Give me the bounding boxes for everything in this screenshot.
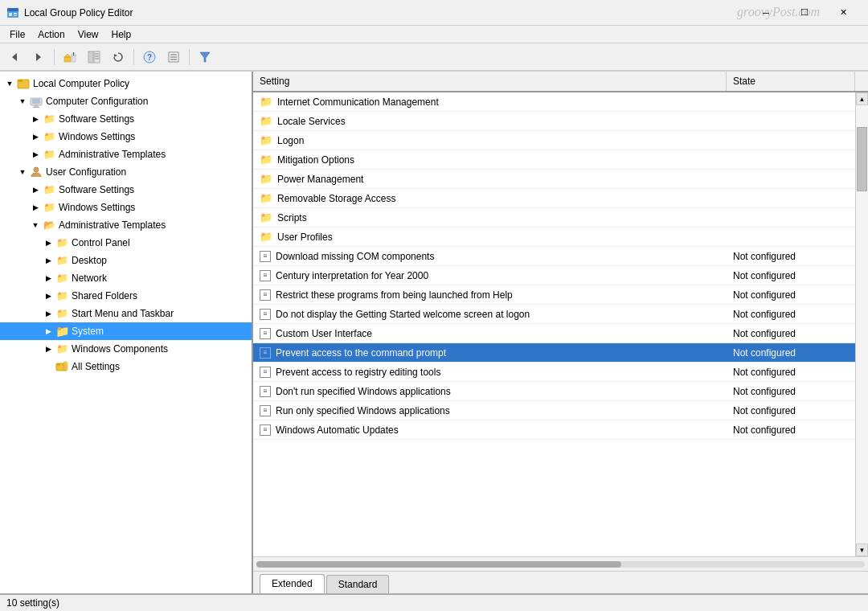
tree-item-software-settings-cc[interactable]: ▶ 📁 Software Settings [0, 110, 252, 128]
tree-item-system[interactable]: ▶ 📁 System [0, 322, 252, 340]
wc-expand[interactable]: ▶ [42, 342, 55, 355]
tree-label-start-menu: Start Menu and Taskbar [72, 308, 174, 319]
ws-cc-expand[interactable]: ▶ [29, 130, 42, 143]
list-row[interactable]: ≡ Prevent access to registry editing too… [253, 363, 855, 382]
list-row[interactable]: 📁 Locale Services [253, 112, 855, 131]
tree-item-desktop[interactable]: ▶ 📁 Desktop [0, 252, 252, 269]
list-row-selected[interactable]: ≡ Prevent access to the command prompt N… [253, 343, 855, 363]
scroll-track[interactable] [856, 105, 868, 543]
show-hide-button[interactable] [83, 46, 105, 68]
tree-item-network[interactable]: ▶ 📁 Network [0, 269, 252, 287]
menu-file[interactable]: File [3, 27, 31, 42]
cc-icon [29, 94, 43, 109]
folder-icon-sf: 📁 [55, 289, 69, 303]
root-expand[interactable]: ▼ [3, 77, 16, 90]
list-row[interactable]: ≡ Do not display the Getting Started wel… [253, 305, 855, 324]
forward-button[interactable] [27, 46, 50, 68]
tab-standard[interactable]: Standard [326, 575, 390, 593]
tree-item-windows-components[interactable]: ▶ 📁 Windows Components [0, 340, 252, 358]
tree-root[interactable]: ▼ Local Computer Policy [0, 75, 252, 92]
menu-help[interactable]: Help [105, 27, 138, 42]
cc-expand[interactable]: ▼ [16, 95, 29, 108]
refresh-button[interactable] [107, 46, 129, 68]
setting-label: Prevent access to registry editing tools [276, 367, 440, 378]
header-state[interactable]: State [727, 72, 855, 91]
horizontal-scroll-area[interactable] [253, 556, 868, 571]
dt-expand[interactable]: ▶ [42, 254, 55, 267]
minimize-button[interactable]: ─ [747, 0, 784, 26]
setting-label: Scripts [277, 212, 307, 223]
list-row[interactable]: ≡ Windows Automatic Updates Not configur… [253, 420, 855, 440]
filter-button[interactable] [194, 46, 216, 68]
net-expand[interactable]: ▶ [42, 272, 55, 285]
ws-uc-expand[interactable]: ▶ [29, 201, 42, 214]
list-row[interactable]: 📁 Logon [253, 131, 855, 150]
cell-state: Not configured [727, 367, 855, 378]
ss-cc-expand[interactable]: ▶ [29, 113, 42, 125]
svg-rect-9 [72, 55, 76, 62]
list-row[interactable]: ≡ Don't run specified Windows applicatio… [253, 382, 855, 401]
list-row[interactable]: 📁 Mitigation Options [253, 150, 855, 170]
list-row[interactable]: 📁 Internet Communication Management [253, 92, 855, 112]
list-row[interactable]: ≡ Custom User Interface Not configured [253, 324, 855, 343]
folder-icon-ss-uc: 📁 [42, 182, 56, 197]
tree-item-shared-folders[interactable]: ▶ 📁 Shared Folders [0, 287, 252, 305]
header-setting[interactable]: Setting [253, 72, 727, 91]
h-scroll-track[interactable] [256, 561, 865, 568]
tree-item-windows-settings-uc[interactable]: ▶ 📁 Windows Settings [0, 199, 252, 216]
menu-view[interactable]: View [72, 27, 105, 42]
scroll-thumb[interactable] [857, 127, 867, 191]
tree-item-admin-templates-uc[interactable]: ▼ 📂 Administrative Templates [0, 216, 252, 234]
setting-label: User Profiles [277, 232, 333, 243]
tree-item-windows-settings-cc[interactable]: ▶ 📁 Windows Settings [0, 128, 252, 146]
toolbar-sep-1 [54, 49, 55, 65]
close-button[interactable]: ✕ [825, 0, 862, 26]
tree-item-user-config[interactable]: ▼ User Configuration [0, 163, 252, 181]
list-row[interactable]: 📁 Removable Storage Access [253, 189, 855, 208]
list-row[interactable]: ≡ Restrict these programs from being lau… [253, 285, 855, 305]
up-button[interactable] [59, 46, 81, 68]
ss-uc-expand[interactable]: ▶ [29, 183, 42, 196]
svg-marker-17 [114, 54, 117, 57]
list-content[interactable]: 📁 Internet Communication Management 📁 Lo… [253, 92, 855, 556]
tree-label-desktop: Desktop [72, 255, 107, 266]
vertical-scrollbar[interactable]: ▲ ▼ [855, 92, 868, 556]
cell-setting: 📁 Removable Storage Access [253, 192, 727, 205]
tree-item-computer-config[interactable]: ▼ Computer Configuration [0, 92, 252, 110]
list-row[interactable]: 📁 User Profiles [253, 228, 855, 247]
cell-setting: 📁 Power Management [253, 173, 727, 186]
tree-panel[interactable]: ▼ Local Computer Policy ▼ [0, 72, 253, 593]
menu-action[interactable]: Action [31, 27, 71, 42]
at-cc-expand[interactable]: ▶ [29, 148, 42, 161]
scroll-down-button[interactable]: ▼ [856, 543, 868, 556]
cell-setting: ≡ Download missing COM components [253, 251, 727, 262]
tree-item-control-panel[interactable]: ▶ 📁 Control Panel [0, 234, 252, 252]
uc-expand[interactable]: ▼ [16, 166, 29, 178]
scroll-up-button[interactable]: ▲ [856, 92, 868, 105]
at-uc-expand[interactable]: ▼ [29, 219, 42, 232]
folder-row-icon: 📁 [260, 96, 272, 109]
back-button[interactable] [3, 46, 26, 68]
cell-setting: ≡ Prevent access to the command prompt [253, 347, 727, 359]
list-row[interactable]: 📁 Scripts [253, 208, 855, 228]
list-row[interactable]: 📁 Power Management [253, 170, 855, 189]
tab-extended[interactable]: Extended [260, 574, 325, 593]
sm-expand[interactable]: ▶ [42, 307, 55, 320]
cp-expand[interactable]: ▶ [42, 236, 55, 249]
tree-item-software-settings-uc[interactable]: ▶ 📁 Software Settings [0, 181, 252, 199]
maximize-button[interactable]: ☐ [786, 0, 823, 26]
list-row[interactable]: ≡ Download missing COM components Not co… [253, 247, 855, 266]
list-row[interactable]: ≡ Run only specified Windows application… [253, 401, 855, 420]
app-icon [6, 6, 19, 19]
folder-row-icon: 📁 [260, 154, 272, 166]
sys-expand[interactable]: ▶ [42, 325, 55, 338]
tree-item-all-settings[interactable]: ▶ All Settings [0, 358, 252, 375]
list-row[interactable]: ≡ Century interpretation for Year 2000 N… [253, 266, 855, 285]
help-button[interactable]: ? [138, 46, 161, 68]
menu-bar: File Action View Help [0, 26, 868, 43]
tree-item-start-menu[interactable]: ▶ 📁 Start Menu and Taskbar [0, 305, 252, 322]
sf-expand[interactable]: ▶ [42, 289, 55, 302]
h-scroll-thumb[interactable] [256, 561, 621, 568]
export-button[interactable] [162, 46, 185, 68]
tree-item-admin-templates-cc[interactable]: ▶ 📁 Administrative Templates [0, 146, 252, 163]
